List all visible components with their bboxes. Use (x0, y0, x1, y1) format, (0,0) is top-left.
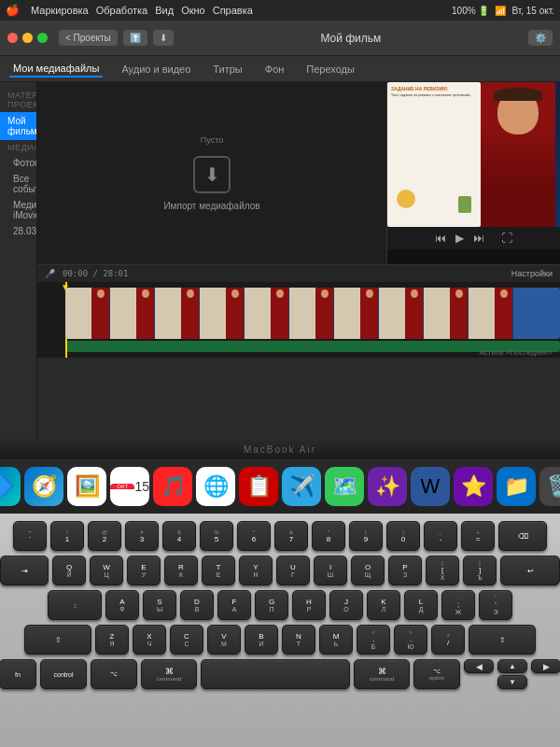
tab-transitions[interactable]: Переходы (302, 62, 358, 77)
key-8[interactable]: *8 (312, 521, 345, 551)
key-w[interactable]: WЦ (90, 556, 123, 585)
key-x[interactable]: XЧ (133, 625, 166, 655)
mic-icon[interactable]: 🎤 (45, 269, 55, 278)
key-semicolon[interactable]: :;Ж (441, 590, 475, 620)
key-y[interactable]: YН (239, 556, 273, 585)
key-arrow-right[interactable]: ▶ (531, 659, 560, 673)
clip-9[interactable] (424, 288, 469, 339)
key-u[interactable]: UГ (276, 556, 310, 585)
clip-8[interactable] (379, 288, 424, 339)
key-arrow-up[interactable]: ▲ (497, 659, 527, 673)
menu-obrabotka[interactable]: Обработка (96, 5, 147, 16)
key-0[interactable]: )0 (386, 521, 420, 551)
key-i[interactable]: IШ (314, 556, 347, 585)
next-frame-button[interactable]: ⏭ (473, 232, 484, 245)
key-minus[interactable]: _- (424, 521, 457, 551)
key-3[interactable]: #3 (125, 521, 159, 551)
key-q[interactable]: QЙ (52, 556, 86, 585)
key-d[interactable]: DВ (180, 590, 214, 620)
dock-icon-maps[interactable]: 🗺️ (325, 467, 364, 506)
menu-spravka[interactable]: Справка (213, 5, 253, 16)
import-button[interactable]: ⬇ (153, 30, 174, 46)
key-space[interactable] (201, 659, 350, 689)
key-shift-right[interactable]: ⇧ (469, 625, 536, 655)
minimize-button[interactable] (22, 33, 33, 43)
dock-icon-finder[interactable]: 📁 (497, 467, 536, 506)
key-backtick[interactable]: ~` (13, 521, 47, 551)
key-arrow-down[interactable]: ▼ (497, 675, 527, 689)
clip-5[interactable] (245, 288, 289, 339)
key-backspace[interactable]: ⌫ (498, 521, 547, 551)
dock-icon-ai[interactable]: ✨ (368, 467, 407, 506)
key-o[interactable]: OЩ (351, 556, 385, 585)
settings-link[interactable]: Настройки (511, 269, 553, 278)
fullscreen-preview-button[interactable]: ⛶ (501, 232, 512, 245)
key-period[interactable]: >.Ю (394, 625, 427, 655)
key-l[interactable]: LД (404, 590, 438, 620)
key-arrow-left[interactable]: ◀ (464, 659, 494, 673)
key-lbracket[interactable]: {[Х (426, 556, 459, 585)
key-control[interactable]: control (40, 659, 87, 689)
video-track[interactable] (65, 288, 560, 339)
key-fn[interactable]: fn (0, 659, 36, 689)
sidebar-imovie-library[interactable]: Медиатека iMovie (0, 197, 36, 223)
menu-markirovka[interactable]: Маркировка (31, 5, 89, 16)
dock-icon-launchpad[interactable]: 🔷 (0, 467, 21, 506)
key-7[interactable]: &7 (274, 521, 308, 551)
clip-4[interactable] (200, 288, 245, 339)
dock-icon-safari[interactable]: 🧭 (24, 467, 63, 506)
key-rbracket[interactable]: }]Ъ (463, 556, 497, 585)
dock-icon-imovie[interactable]: ⭐ (454, 467, 493, 506)
key-1[interactable]: !1 (50, 521, 84, 551)
key-option-right[interactable]: ⌥option (413, 659, 460, 689)
key-t[interactable]: TЕ (202, 556, 235, 585)
tab-background[interactable]: Фон (261, 62, 288, 77)
key-g[interactable]: GП (255, 590, 288, 620)
key-f[interactable]: FА (217, 590, 251, 620)
key-command-right[interactable]: ⌘command (354, 659, 410, 689)
key-v[interactable]: VМ (207, 625, 241, 655)
key-b[interactable]: BИ (245, 625, 278, 655)
clip-3[interactable] (155, 288, 200, 339)
dock-icon-trash[interactable]: 🗑️ (539, 467, 560, 506)
fullscreen-button[interactable] (37, 33, 48, 43)
key-m[interactable]: MЬ (319, 625, 353, 655)
key-4[interactable]: $4 (162, 521, 196, 551)
key-z[interactable]: ZЯ (95, 625, 129, 655)
play-button[interactable]: ▶ (455, 232, 464, 245)
sidebar-my-movie[interactable]: Мой фильм (0, 112, 36, 140)
clip-7[interactable] (334, 288, 379, 339)
prev-frame-button[interactable]: ⏮ (435, 232, 446, 245)
dock-icon-calendar[interactable]: ОКТ 15 (110, 467, 149, 506)
settings-button[interactable]: ⚙️ (528, 30, 553, 46)
clip-10[interactable] (469, 288, 513, 339)
key-6[interactable]: ^6 (237, 521, 271, 551)
clip-2[interactable] (110, 288, 155, 339)
key-option-left[interactable]: ⌥ (91, 659, 137, 689)
clip-6[interactable] (289, 288, 334, 339)
apple-menu[interactable]: 🍎 (6, 4, 20, 17)
key-r[interactable]: RК (164, 556, 198, 585)
sidebar-all-events[interactable]: Все события (0, 171, 36, 197)
key-j[interactable]: JО (329, 590, 363, 620)
key-5[interactable]: %5 (200, 521, 233, 551)
dock-icon-word[interactable]: W (411, 467, 450, 506)
key-a[interactable]: AФ (105, 590, 139, 620)
key-enter[interactable]: ↩ (500, 556, 560, 585)
key-slash[interactable]: ?/ (431, 625, 465, 655)
key-h[interactable]: HР (292, 590, 326, 620)
import-area[interactable]: Пусто ⬇ Импорт медиафайлов (37, 82, 387, 264)
share-button[interactable]: ⬆️ (123, 30, 147, 46)
key-quote[interactable]: "'Э (479, 590, 512, 620)
import-icon[interactable]: ⬇ (193, 156, 231, 193)
key-equals[interactable]: += (461, 521, 495, 551)
key-tab[interactable]: ⇥ (0, 556, 49, 585)
dock-icon-photos[interactable]: 🖼️ (67, 467, 106, 506)
tab-media[interactable]: Мои медиафайлы (9, 61, 103, 78)
key-c[interactable]: CС (170, 625, 203, 655)
key-p[interactable]: PЗ (388, 556, 422, 585)
key-capslock[interactable]: ⇪ (48, 590, 102, 620)
dock-icon-chrome[interactable]: 🌐 (196, 467, 235, 506)
back-projects-button[interactable]: < Проекты (59, 30, 118, 46)
key-shift-left[interactable]: ⇧ (24, 625, 91, 655)
